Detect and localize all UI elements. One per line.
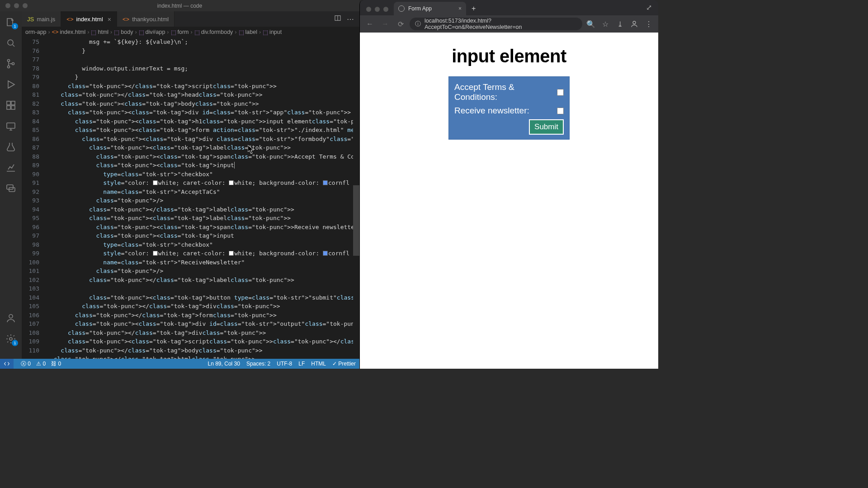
form-row-terms: Accept Terms & Conditions:	[454, 82, 564, 102]
testing-icon[interactable]	[5, 141, 17, 153]
remote-indicator[interactable]	[0, 359, 14, 369]
html-file-icon: <>	[52, 29, 59, 35]
html-file-icon: <>	[66, 16, 73, 23]
svg-rect-9	[7, 185, 13, 189]
form-box: Accept Terms & Conditions: Receive newsl…	[448, 76, 570, 140]
search-icon[interactable]	[5, 37, 17, 49]
cursor-position[interactable]: Ln 89, Col 30	[208, 361, 240, 367]
bookmark-icon[interactable]: ☆	[599, 20, 611, 28]
svg-rect-5	[11, 101, 15, 105]
browser-window-controls[interactable]	[364, 7, 394, 15]
back-button[interactable]: ←	[363, 18, 376, 30]
close-dot[interactable]	[366, 7, 371, 12]
language-mode[interactable]: HTML	[311, 361, 326, 367]
svg-point-1	[8, 60, 10, 62]
min-dot[interactable]	[14, 3, 19, 8]
settings-icon[interactable]: 1	[5, 333, 17, 345]
tab-label: index.html	[76, 16, 103, 23]
browser-window: Form App × + ⤢ ← → ⟳ ⓘ localhost:5173/in…	[359, 0, 658, 369]
svg-point-0	[8, 40, 13, 45]
terms-label: Accept Terms & Conditions:	[454, 82, 557, 102]
submit-button[interactable]: Submit	[529, 119, 564, 135]
source-control-icon[interactable]	[5, 57, 17, 70]
svg-rect-6	[7, 106, 10, 109]
globe-icon	[398, 5, 405, 12]
debug-icon[interactable]	[5, 78, 17, 91]
browser-tab[interactable]: Form App ×	[394, 2, 466, 15]
mouse-cursor	[248, 145, 255, 157]
url-bar[interactable]: ⓘ localhost:5173/index.html?AcceptToC=on…	[410, 18, 582, 30]
close-icon[interactable]: ×	[108, 16, 111, 23]
tag-icon: ⬚	[91, 29, 96, 36]
browser-toolbar: ← → ⟳ ⓘ localhost:5173/index.html?Accept…	[360, 15, 658, 33]
prettier-status[interactable]: ✓ Prettier	[332, 361, 356, 367]
svg-rect-8	[7, 123, 15, 128]
svg-point-11	[9, 314, 13, 318]
newsletter-label: Receive newsletter:	[454, 106, 529, 116]
form-row-newsletter: Receive newsletter:	[454, 106, 564, 116]
site-info-icon[interactable]: ⓘ	[415, 20, 421, 28]
window-title: index.html — code	[157, 3, 202, 9]
browser-tabbar: Form App × + ⤢	[360, 0, 658, 15]
split-editor-icon[interactable]	[334, 14, 341, 23]
max-dot[interactable]	[23, 3, 28, 8]
tab-indexhtml[interactable]: <> index.html ×	[61, 11, 117, 27]
tag-icon: ⬚	[263, 29, 268, 36]
svg-point-14	[633, 21, 636, 24]
line-gutter: 7576777879808182838485868788899091929394…	[22, 38, 47, 359]
svg-point-12	[9, 338, 12, 340]
eol[interactable]: LF	[298, 361, 305, 367]
extensions-icon[interactable]	[5, 99, 17, 112]
svg-point-2	[8, 66, 10, 68]
profile-icon[interactable]	[628, 20, 640, 28]
max-dot[interactable]	[383, 7, 388, 12]
activity-bar: 1	[0, 11, 22, 359]
tab-label: main.js	[37, 16, 55, 23]
zoom-icon[interactable]: 🔍	[585, 20, 597, 28]
breadcrumb[interactable]: orm-app› <>index.html› ⬚html› ⬚body› ⬚di…	[22, 27, 359, 38]
indent-setting[interactable]: Spaces: 2	[246, 361, 270, 367]
remote-icon[interactable]	[5, 120, 17, 132]
svg-rect-4	[7, 101, 10, 105]
account-icon[interactable]	[5, 312, 17, 324]
explorer-icon[interactable]: 1	[5, 16, 17, 28]
new-tab-button[interactable]: +	[466, 5, 481, 15]
tab-thankyouhtml[interactable]: <> thankyou.html	[117, 11, 175, 27]
explorer-badge: 1	[12, 23, 18, 29]
tab-mainjs[interactable]: JS main.js	[22, 11, 61, 27]
vscode-window: index.html — code 1	[0, 0, 359, 369]
code-content[interactable]: msg += `${key}: ${value}\n`; } window.ou…	[47, 38, 359, 359]
terms-checkbox[interactable]	[557, 89, 564, 96]
minimap-thumb[interactable]	[353, 185, 359, 256]
close-dot[interactable]	[5, 3, 10, 8]
tag-icon: ⬚	[139, 29, 144, 36]
expand-icon[interactable]: ⤢	[640, 3, 658, 15]
tag-icon: ⬚	[171, 29, 176, 36]
comments-icon[interactable]	[5, 182, 17, 195]
reload-button[interactable]: ⟳	[394, 18, 407, 30]
tag-icon: ⬚	[239, 29, 244, 36]
more-icon[interactable]: ⋯	[347, 15, 354, 23]
close-icon[interactable]: ×	[458, 5, 462, 12]
tag-icon: ⬚	[114, 29, 119, 36]
min-dot[interactable]	[375, 7, 380, 12]
tab-label: thankyou.html	[132, 16, 169, 23]
page-heading: input element	[452, 46, 566, 66]
ports-count[interactable]: ⛓ 0	[51, 361, 61, 367]
url-text: localhost:5173/index.html?AcceptToC=on&R…	[425, 18, 577, 30]
newsletter-checkbox[interactable]	[557, 108, 564, 114]
minimap[interactable]	[353, 38, 359, 359]
forward-button[interactable]: →	[379, 18, 392, 30]
code-editor[interactable]: 7576777879808182838485868788899091929394…	[22, 38, 359, 359]
tag-icon: ⬚	[194, 29, 200, 36]
errors-count[interactable]: ⓧ 0	[21, 360, 31, 368]
graph-icon[interactable]	[5, 161, 17, 174]
menu-icon[interactable]: ⋮	[643, 20, 655, 28]
warnings-count[interactable]: ⚠ 0	[36, 361, 46, 367]
status-bar: ⓧ 0 ⚠ 0 ⛓ 0 Ln 89, Col 30 Spaces: 2 UTF-…	[0, 359, 359, 369]
encoding[interactable]: UTF-8	[277, 361, 292, 367]
window-controls[interactable]	[0, 3, 28, 8]
install-icon[interactable]: ⤓	[614, 20, 626, 28]
html-file-icon: <>	[123, 16, 129, 23]
vscode-titlebar: index.html — code	[0, 0, 359, 11]
